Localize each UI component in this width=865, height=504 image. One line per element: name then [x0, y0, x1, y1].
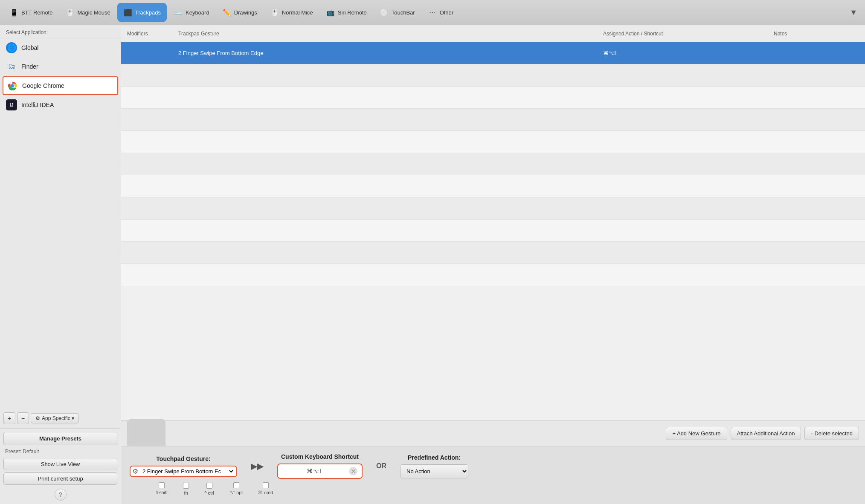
sidebar-header: Select Application: — [0, 25, 121, 38]
tab-keyboard[interactable]: ⌨️ Keyboard — [168, 3, 215, 22]
btt-remote-icon: 📱 — [9, 8, 19, 17]
intellij-app-icon: IJ — [6, 99, 17, 110]
modifier-cmd: ⌘ cmd — [258, 482, 273, 495]
manage-presets-button[interactable]: Manage Presets — [3, 432, 117, 445]
show-live-view-button[interactable]: Show Live View — [3, 458, 117, 470]
custom-shortcut-label: Custom Keyboard Shortcut — [277, 453, 363, 460]
gesture-action-bar: + Add New Gesture Attach Additional Acti… — [121, 420, 865, 446]
sidebar-toolbar: + − ⚙ App Specific ▾ — [0, 411, 121, 428]
preset-label: Preset: Default — [3, 448, 117, 458]
add-new-gesture-button[interactable]: + Add New Gesture — [666, 427, 727, 440]
tab-bar: 📱 BTT Remote 🖱️ Magic Mouse ⬛ Trackpads … — [0, 0, 865, 25]
gesture-gear-icon: ⚙ — [132, 467, 138, 475]
other-icon: ⋯ — [428, 8, 437, 17]
table-row — [121, 87, 865, 109]
ctrl-label: ^ ctrl — [204, 490, 214, 495]
row-gesture: 2 Finger Swipe From Bottom Edge — [178, 50, 603, 56]
table-row — [121, 197, 865, 220]
touchpad-gesture-label: Touchpad Gesture: — [130, 455, 237, 462]
col-action-header: Assigned Action / Shortcut — [603, 31, 774, 37]
tab-normal-mice[interactable]: 🖱️ Normal Mice — [264, 3, 319, 22]
app-specific-button[interactable]: ⚙ App Specific ▾ — [31, 413, 79, 423]
tab-siri-remote[interactable]: 📺 Siri Remote — [320, 3, 373, 22]
add-app-button[interactable]: + — [3, 412, 15, 424]
sidebar-item-finder[interactable]: 🗂 Finder — [0, 57, 121, 76]
flow-arrow-icon: ▶▶ — [251, 461, 264, 471]
help-button[interactable]: ? — [55, 489, 67, 501]
gesture-select-wrapper: ⚙ 2 Finger Swipe From Bottom Ec — [130, 466, 237, 477]
table-row — [121, 220, 865, 242]
print-setup-button[interactable]: Print current setup — [3, 472, 117, 485]
touchbar-icon: ⚪ — [380, 8, 389, 17]
gesture-list: 2 Finger Swipe From Bottom Edge ⌘⌥I — [121, 42, 865, 420]
modifier-opt: ⌥ opt — [229, 482, 243, 495]
modifier-fn: fn — [183, 483, 189, 495]
sidebar-item-intellij[interactable]: IJ IntelliJ IDEA — [0, 96, 121, 114]
gesture-dropdown[interactable]: 2 Finger Swipe From Bottom Ec — [141, 468, 235, 475]
fn-checkbox[interactable] — [183, 483, 189, 489]
tab-magic-mouse-label: Magic Mouse — [77, 9, 110, 16]
chrome-app-label: Google Chrome — [22, 82, 64, 89]
drawings-icon: ✏️ — [222, 8, 232, 17]
finder-app-icon: 🗂 — [6, 61, 17, 72]
tab-touchbar-label: TouchBar — [392, 9, 415, 16]
modifier-ctrl: ^ ctrl — [204, 483, 214, 495]
tab-dropdown-button[interactable]: ▼ — [845, 6, 862, 20]
shortcut-value: ⌘⌥I — [282, 468, 345, 475]
shortcut-input-wrapper[interactable]: ⌘⌥I ✕ — [277, 463, 363, 479]
attach-additional-action-button[interactable]: Attach Additional Action — [731, 427, 801, 440]
col-modifiers-header: Modifiers — [127, 31, 178, 37]
table-row[interactable]: 2 Finger Swipe From Bottom Edge ⌘⌥I — [121, 42, 865, 64]
shortcut-section: Custom Keyboard Shortcut ⌘⌥I ✕ — [277, 453, 363, 479]
tab-trackpads-label: Trackpads — [135, 9, 161, 16]
normal-mice-icon: 🖱️ — [270, 8, 279, 17]
table-row — [121, 153, 865, 175]
tab-touchbar[interactable]: ⚪ TouchBar — [374, 3, 421, 22]
app-list: 🌐 Global 🗂 Finder — [0, 38, 121, 411]
tab-trackpads[interactable]: ⬛ Trackpads — [117, 3, 167, 22]
select-application-label: Select Application: — [6, 29, 48, 35]
siri-remote-icon: 📺 — [326, 8, 335, 17]
trackpad-preview — [127, 419, 165, 449]
tab-siri-remote-label: Siri Remote — [338, 9, 367, 16]
tab-drawings[interactable]: ✏️ Drawings — [216, 3, 263, 22]
cmd-checkbox[interactable] — [263, 482, 269, 488]
intellij-app-label: IntelliJ IDEA — [21, 101, 54, 108]
col-gesture-header: Trackpad Gesture — [178, 31, 603, 37]
sidebar-item-global[interactable]: 🌐 Global — [0, 38, 121, 57]
remove-app-button[interactable]: − — [17, 412, 29, 424]
tab-keyboard-label: Keyboard — [186, 9, 209, 16]
sidebar-bottom: Manage Presets Preset: Default Show Live… — [0, 428, 121, 504]
config-row: Touchpad Gesture: ⚙ 2 Finger Swipe From … — [130, 453, 856, 479]
table-row — [121, 131, 865, 153]
sidebar-item-google-chrome[interactable]: Google Chrome — [3, 76, 118, 95]
sidebar: Select Application: 🌐 Global 🗂 Finder — [0, 25, 121, 504]
right-panel: Modifiers Trackpad Gesture Assigned Acti… — [121, 25, 865, 504]
table-row — [121, 242, 865, 264]
opt-checkbox[interactable] — [233, 482, 239, 488]
modifier-keys-row: ⇧shift fn ^ ctrl ⌥ opt ⌘ cmd — [130, 482, 856, 495]
fn-label: fn — [184, 490, 188, 495]
shift-label: ⇧shift — [155, 490, 168, 495]
main-content: Select Application: 🌐 Global 🗂 Finder — [0, 25, 865, 504]
gear-icon: ⚙ — [35, 415, 40, 421]
tab-btt-remote[interactable]: 📱 BTT Remote — [3, 3, 58, 22]
magic-mouse-icon: 🖱️ — [65, 8, 75, 17]
shift-checkbox[interactable] — [159, 482, 165, 488]
keyboard-icon: ⌨️ — [174, 8, 183, 17]
row-action: ⌘⌥I — [603, 50, 774, 56]
table-row — [121, 175, 865, 197]
finder-app-label: Finder — [21, 63, 38, 70]
tab-other[interactable]: ⋯ Other — [422, 3, 460, 22]
tab-magic-mouse[interactable]: 🖱️ Magic Mouse — [59, 3, 116, 22]
shortcut-clear-button[interactable]: ✕ — [349, 467, 357, 475]
predefined-action-dropdown[interactable]: No Action — [400, 464, 468, 478]
config-panel: Touchpad Gesture: ⚙ 2 Finger Swipe From … — [121, 446, 865, 504]
global-app-label: Global — [21, 44, 38, 51]
modifier-shift: ⇧shift — [155, 482, 168, 495]
svg-point-2 — [11, 84, 14, 87]
touchpad-gesture-section: Touchpad Gesture: ⚙ 2 Finger Swipe From … — [130, 455, 237, 477]
ctrl-checkbox[interactable] — [206, 483, 212, 489]
delete-selected-button[interactable]: - Delete selected — [804, 427, 859, 440]
predefined-section: Predefined Action: No Action — [400, 454, 468, 478]
